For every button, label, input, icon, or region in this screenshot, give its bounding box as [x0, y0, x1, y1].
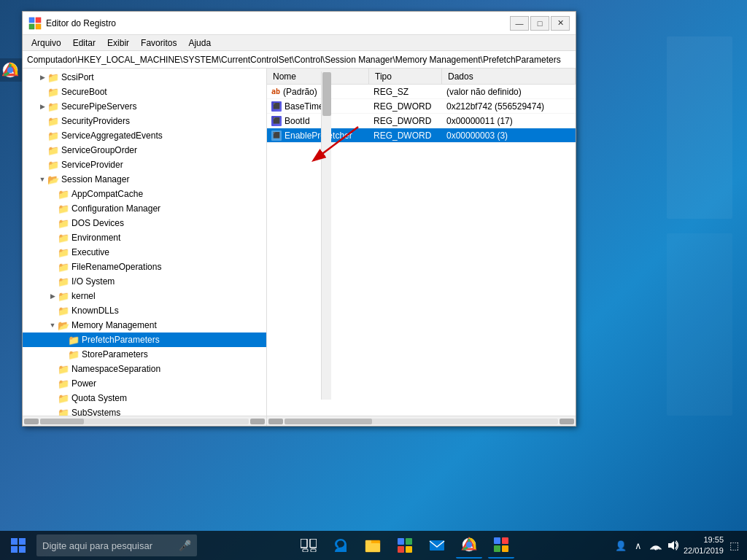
expand-scsiport[interactable]: ▶ — [37, 72, 47, 82]
tree-label-secureboot: SecureBoot — [61, 87, 107, 97]
search-bar[interactable]: Digite aqui para pesquisar 🎤 — [36, 534, 197, 556]
tray-expand-icon[interactable]: ∧ — [631, 538, 646, 553]
sidebar-chrome-icon[interactable] — [1, 61, 19, 79]
tree-label-filerenameoperations: FileRenameOperations — [71, 262, 161, 272]
tree-item-scsiport[interactable]: ▶ 📁 ScsiPort — [23, 70, 266, 85]
value-row-enableprefetcher[interactable]: ⬛ EnablePrefetcher REG_DWORD 0x00000003 … — [267, 128, 576, 143]
explorer-button[interactable] — [360, 532, 386, 559]
tree-label-iosystem: I/O System — [71, 276, 115, 287]
microphone-icon[interactable]: 🎤 — [179, 540, 191, 551]
expand-subsystems — [47, 408, 58, 416]
tree-item-power[interactable]: 📁 Power — [23, 376, 266, 391]
address-bar[interactable]: Computador\HKEY_LOCAL_MACHINE\SYSTEM\Cur… — [23, 51, 576, 69]
chrome-button[interactable] — [456, 532, 482, 559]
svg-marker-35 — [668, 541, 674, 550]
tree-item-appcompatcache[interactable]: 📁 AppCompatCache — [23, 187, 266, 201]
expand-environment — [47, 233, 58, 243]
clock-time: 19:55 — [684, 534, 724, 545]
folder-icon: 📁 — [58, 203, 69, 214]
menu-favoritos[interactable]: Favoritos — [135, 36, 182, 50]
values-table: ab (Padrão) REG_SZ (valor não definido) … — [267, 85, 576, 416]
tree-item-securityproviders[interactable]: 📁 SecurityProviders — [23, 114, 266, 128]
svg-rect-31 — [502, 537, 508, 544]
volume-icon[interactable] — [666, 538, 681, 553]
expand-power — [47, 378, 58, 389]
svg-rect-22 — [398, 538, 404, 545]
svg-rect-21 — [365, 543, 380, 552]
expand-memorymanagement[interactable]: ▼ — [47, 320, 58, 330]
tree-item-namespaceseparation[interactable]: 📁 NamespaceSeparation — [23, 362, 266, 376]
menu-bar: Arquivo Editar Exibir Favoritos Ajuda — [23, 35, 576, 51]
tree-item-securepipeservers[interactable]: ▶ 📁 SecurePipeServers — [23, 99, 266, 114]
tree-item-prefetchparameters[interactable]: 📁 PrefetchParameters — [23, 332, 266, 347]
tree-item-quotasystem[interactable]: 📁 Quota System — [23, 391, 266, 405]
menu-ajuda[interactable]: Ajuda — [182, 36, 217, 50]
menu-arquivo[interactable]: Arquivo — [26, 36, 67, 50]
tree-label-storeparameters: StoreParameters — [82, 349, 148, 359]
tree-item-executive[interactable]: 📁 Executive — [23, 245, 266, 260]
tree-item-knowndlls[interactable]: 📁 KnownDLLs — [23, 303, 266, 318]
folder-icon: 📁 — [47, 116, 59, 126]
windows-logo-icon — [11, 538, 26, 553]
tree-label-servicegrouporder: ServiceGroupOrder — [61, 145, 137, 155]
tree-item-serviceprovider[interactable]: 📁 ServiceProvider — [23, 158, 266, 172]
svg-rect-32 — [494, 545, 500, 552]
tree-item-servicegrouporder[interactable]: 📁 ServiceGroupOrder — [23, 143, 266, 158]
regedit-taskbar-button[interactable] — [488, 532, 514, 559]
window-title: Editor do Registro — [46, 18, 510, 28]
taskview-button[interactable] — [295, 532, 322, 559]
tree-item-filerenameoperations[interactable]: 📁 FileRenameOperations — [23, 260, 266, 274]
tree-item-sessionmanager[interactable]: ▼ 📂 Session Manager — [23, 172, 266, 187]
clock[interactable]: 19:55 22/01/2019 — [684, 534, 724, 557]
tree-item-iosystem[interactable]: 📁 I/O System — [23, 274, 266, 289]
network-icon[interactable] — [649, 538, 663, 553]
expand-securepipeservers[interactable]: ▶ — [37, 101, 47, 112]
tree-item-memorymanagement[interactable]: ▼ 📂 Memory Management — [23, 318, 266, 332]
expand-dosdevices — [47, 218, 58, 228]
people-icon[interactable]: 👤 — [614, 538, 628, 553]
minimize-button[interactable]: — — [510, 16, 529, 31]
menu-editar[interactable]: Editar — [67, 36, 101, 50]
value-dados-bootid: 0x00000011 (17) — [442, 116, 576, 126]
tree-item-subsystems[interactable]: 📁 SubSystems — [23, 405, 266, 416]
expand-quotasystem — [47, 393, 58, 403]
tree-item-storeparameters[interactable]: 📁 StoreParameters — [23, 347, 266, 362]
svg-rect-3 — [36, 18, 41, 23]
folder-icon: 📁 — [58, 233, 69, 243]
expand-securityproviders — [37, 116, 47, 126]
edge-button[interactable] — [328, 532, 354, 559]
menu-exibir[interactable]: Exibir — [101, 36, 135, 50]
col-header-nome: Nome — [267, 69, 369, 84]
tree-item-serviceaggregatedevents[interactable]: 📁 ServiceAggregatedEvents — [23, 128, 266, 143]
svg-point-34 — [654, 548, 657, 551]
expand-sessionmanager[interactable]: ▼ — [37, 174, 47, 184]
folder-icon: 📁 — [47, 160, 59, 170]
col-header-tipo: Tipo — [369, 69, 442, 84]
values-h-scrollbar[interactable] — [267, 416, 576, 426]
tree-item-kernel[interactable]: ▶ 📁 kernel — [23, 289, 266, 303]
folder-icon: 📁 — [58, 189, 69, 199]
start-button[interactable] — [0, 531, 36, 560]
tree-h-scrollbar[interactable] — [23, 416, 266, 426]
expand-storeparameters — [58, 349, 68, 359]
tree-item-secureboot[interactable]: 📁 SecureBoot — [23, 85, 266, 99]
mail-button[interactable] — [424, 532, 450, 559]
svg-rect-25 — [406, 546, 412, 553]
folder-icon: 📁 — [58, 393, 69, 403]
tree-label-serviceprovider: ServiceProvider — [61, 160, 123, 170]
value-row-padrao[interactable]: ab (Padrão) REG_SZ (valor não definido) — [267, 85, 576, 99]
expand-kernel[interactable]: ▶ — [47, 291, 58, 301]
tree-item-configmanager[interactable]: 📁 Configuration Manager — [23, 201, 266, 216]
tree-item-dosdevices[interactable]: 📁 DOS Devices — [23, 216, 266, 230]
tree-item-environment[interactable]: 📁 Environment — [23, 230, 266, 245]
tree-label-securepipeservers: SecurePipeServers — [61, 101, 136, 112]
folder-icon: 📁 — [47, 101, 59, 112]
svg-rect-16 — [310, 539, 317, 548]
value-row-bootid[interactable]: ⬛ BootId REG_DWORD 0x00000011 (17) — [267, 114, 576, 128]
store-button[interactable] — [392, 532, 418, 559]
close-button[interactable]: ✕ — [551, 16, 570, 31]
value-row-basetime[interactable]: ⬛ BaseTime REG_DWORD 0x212bf742 (5565294… — [267, 99, 576, 114]
maximize-button[interactable]: □ — [530, 16, 549, 31]
tree-label-sessionmanager: Session Manager — [61, 174, 129, 184]
notification-button[interactable]: ⬚ — [727, 538, 741, 553]
